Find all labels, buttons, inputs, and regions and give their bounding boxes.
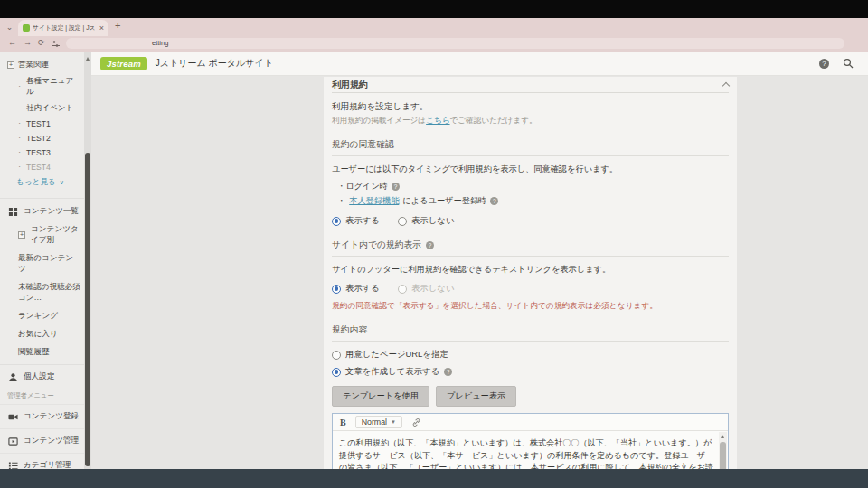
editor-paragraph: この利用規約（以下、「本規約」といいます）は、株式会社〇〇（以下、「当社」といい… bbox=[339, 437, 715, 469]
consent-show-radio[interactable]: 表示する bbox=[332, 215, 380, 227]
consent-description: ユーザーには以下のタイミングで利用規約を表示し、同意確認を行います。 bbox=[332, 164, 729, 175]
sidebar-item-test1[interactable]: ・TEST1 bbox=[0, 117, 84, 131]
sidebar-item-content-manage[interactable]: コンテンツ管理 bbox=[0, 428, 84, 453]
content-nav: コンテンツ一覧 + コンテンツタイプ別 最新のコンテンツ 未確認の視聴必須コン…… bbox=[0, 198, 84, 386]
help-icon[interactable]: ? bbox=[490, 197, 498, 205]
scroll-up-icon[interactable] bbox=[721, 435, 724, 438]
expand-plus-icon[interactable]: + bbox=[18, 231, 25, 239]
use-template-button[interactable]: テンプレートを使用 bbox=[332, 386, 429, 407]
expand-plus-icon[interactable]: + bbox=[7, 61, 14, 69]
terms-content-radio-group: 用意したページURLを指定 文章を作成して表示する? bbox=[332, 349, 729, 378]
bullet-icon: ・ bbox=[16, 82, 23, 91]
site-info-icon[interactable] bbox=[52, 40, 60, 48]
bold-button[interactable]: B bbox=[340, 418, 346, 427]
terms-text-editor[interactable]: B Normal▼ この利用規約（以下、「本規約」といいます）は、株式会社〇〇（… bbox=[332, 413, 729, 469]
sidebar-item-manuals[interactable]: ・各種マニュアル bbox=[0, 73, 84, 100]
help-icon[interactable]: ? bbox=[819, 59, 829, 69]
chevron-down-icon: ∨ bbox=[60, 179, 64, 186]
search-icon[interactable] bbox=[843, 58, 854, 69]
site-display-hide-radio: 表示しない bbox=[398, 283, 455, 295]
sidebar-item-content-list[interactable]: コンテンツ一覧 bbox=[0, 202, 84, 221]
panel-title: 利用規約 bbox=[332, 79, 368, 91]
sidebar-item-content-register[interactable]: コンテンツ登録 bbox=[0, 404, 84, 428]
grid-icon bbox=[7, 206, 18, 217]
chevron-down-icon: ▼ bbox=[391, 419, 396, 425]
site-display-show-radio[interactable]: 表示する bbox=[332, 283, 380, 295]
create-text-radio[interactable]: 文章を作成して表示する? bbox=[332, 366, 729, 378]
help-icon[interactable]: ? bbox=[444, 368, 452, 376]
browser-tab[interactable]: サイト設定 | 設定 | Jストリーム ポー × bbox=[18, 20, 108, 36]
category-tree: + 営業関連 ・各種マニュアル ・社内イベント ・TEST1 ・TEST2 ・T… bbox=[0, 52, 84, 191]
app-title: Jストリーム ポータルサイト bbox=[156, 57, 273, 70]
radio-icon bbox=[332, 351, 341, 360]
address-bar[interactable]: etting bbox=[66, 38, 844, 49]
help-icon[interactable]: ? bbox=[426, 241, 434, 249]
paragraph-style-dropdown[interactable]: Normal▼ bbox=[355, 416, 402, 428]
scrollbar-thumb[interactable] bbox=[85, 153, 90, 466]
divider bbox=[0, 364, 84, 365]
jstream-logo[interactable]: Jstream bbox=[100, 57, 147, 70]
video-manage-icon bbox=[7, 436, 18, 446]
sidebar-item-events[interactable]: ・社内イベント bbox=[0, 100, 84, 117]
sidebar-item-category-manage[interactable]: カテゴリ管理 bbox=[0, 453, 84, 469]
page-viewport: + 営業関連 ・各種マニュアル ・社内イベント ・TEST1 ・TEST2 ・T… bbox=[0, 52, 868, 469]
consent-hide-radio[interactable]: 表示しない bbox=[398, 215, 455, 227]
collapse-chevron-icon[interactable] bbox=[722, 82, 730, 89]
show-more-link[interactable]: もっと見る∨ bbox=[0, 174, 84, 191]
sidebar-scrollbar[interactable] bbox=[84, 52, 91, 469]
sidebar-item-test4[interactable]: ・TEST4 bbox=[0, 160, 84, 174]
consent-section-header: 規約の同意確認 bbox=[332, 139, 729, 156]
radio-icon bbox=[332, 217, 341, 226]
back-icon[interactable]: ← bbox=[8, 38, 16, 47]
sidebar-item-test3[interactable]: ・TEST3 bbox=[0, 145, 84, 160]
editor-content[interactable]: この利用規約（以下、「本規約」といいます）は、株式会社〇〇（以下、「当社」といい… bbox=[333, 432, 719, 469]
panel-header: 利用規約 bbox=[332, 77, 729, 93]
sidebar-item-latest[interactable]: 最新のコンテンツ bbox=[0, 249, 84, 278]
editor-scrollbar[interactable] bbox=[719, 432, 727, 469]
sidebar-item-ranking[interactable]: ランキング bbox=[0, 307, 84, 325]
sidebar-item-unwatched[interactable]: 未確認の視聴必須コン… bbox=[0, 278, 84, 307]
terms-settings-panel: 利用規約 利用規約を設定します。 利用規約の掲載イメージはこちらでご確認いただけ… bbox=[324, 77, 737, 469]
consent-bullets: ・ログイン時? ・本人登録機能によるユーザー登録時? bbox=[332, 179, 729, 208]
scroll-up-icon[interactable] bbox=[86, 57, 90, 61]
browser-menu-button[interactable]: ⌄ bbox=[4, 22, 15, 33]
new-tab-button[interactable]: + bbox=[115, 20, 120, 31]
bullet-icon: ・ bbox=[16, 104, 23, 113]
sidebar-item-sales[interactable]: + 営業関連 bbox=[0, 57, 84, 73]
consent-radio-group: 表示する 表示しない bbox=[332, 215, 729, 227]
sidebar-item-test2[interactable]: ・TEST2 bbox=[0, 131, 84, 145]
forward-icon[interactable]: → bbox=[24, 38, 32, 47]
preview-image-link[interactable]: こちら bbox=[426, 116, 449, 125]
sidebar: + 営業関連 ・各種マニュアル ・社内イベント ・TEST1 ・TEST2 ・T… bbox=[0, 52, 84, 469]
bullet-icon: ・ bbox=[16, 163, 23, 172]
self-registration-link[interactable]: 本人登録機能 bbox=[349, 195, 399, 207]
help-icon[interactable]: ? bbox=[392, 183, 400, 191]
browser-chrome: ⌄ サイト設定 | 設定 | Jストリーム ポー × + ← → ⟳ ettin… bbox=[0, 18, 868, 52]
toolbar-row: ← → ⟳ etting bbox=[0, 36, 868, 52]
video-camera-icon bbox=[7, 411, 18, 422]
link-icon[interactable] bbox=[411, 418, 421, 427]
bullet-icon: ・ bbox=[16, 148, 23, 157]
tab-strip: ⌄ サイト設定 | 設定 | Jストリーム ポー × + bbox=[0, 18, 868, 36]
radio-icon bbox=[398, 217, 407, 226]
sidebar-item-personal-settings[interactable]: 個人設定 bbox=[0, 368, 84, 386]
page-url-radio[interactable]: 用意したページURLを指定 bbox=[332, 349, 729, 361]
tab-close-icon[interactable]: × bbox=[99, 23, 104, 33]
scrollbar-thumb[interactable] bbox=[720, 442, 726, 469]
reload-icon[interactable]: ⟳ bbox=[38, 38, 45, 47]
site-display-radio-group: 表示する 表示しない bbox=[332, 283, 729, 295]
terms-content-section-header: 規約内容 bbox=[332, 324, 729, 342]
intro-text: 利用規約を設定します。 bbox=[332, 101, 729, 113]
preview-button[interactable]: プレビュー表示 bbox=[436, 386, 516, 407]
required-warning-text: 規約の同意確認で「表示する」を選択した場合、サイト内での規約表示は必須となります… bbox=[332, 301, 729, 312]
editor-actions: テンプレートを使用 プレビュー表示 bbox=[332, 386, 729, 407]
site-favicon-icon bbox=[23, 24, 30, 32]
bullet-icon: ・ bbox=[16, 119, 23, 128]
admin-menu-header: 管理者メニュー bbox=[0, 386, 84, 404]
app-header: Jstream Jストリーム ポータルサイト ? bbox=[91, 52, 868, 76]
top-bezel bbox=[0, 0, 868, 18]
sidebar-item-favorites[interactable]: お気に入り bbox=[0, 325, 84, 343]
sidebar-item-content-type[interactable]: + コンテンツタイプ別 bbox=[0, 221, 84, 249]
bullet-icon: ・ bbox=[16, 134, 23, 143]
sidebar-item-history[interactable]: 閲覧履歴 bbox=[0, 343, 84, 361]
